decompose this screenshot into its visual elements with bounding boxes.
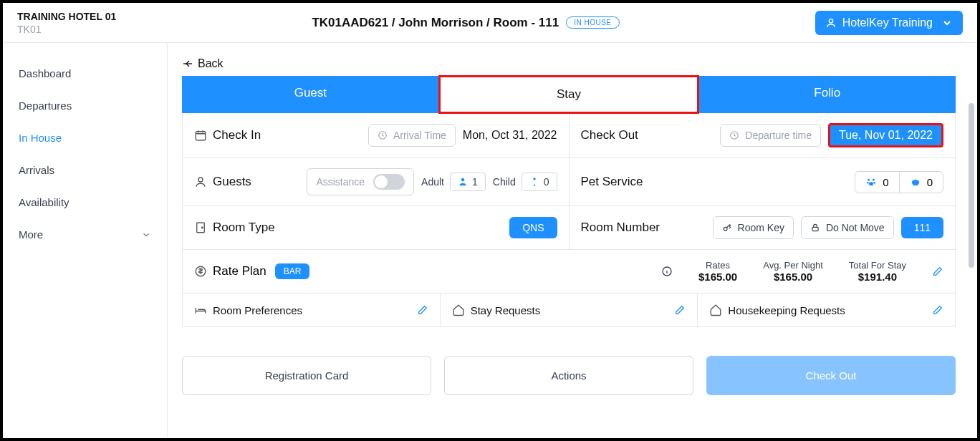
dog-icon	[910, 176, 921, 188]
tab-folio[interactable]: Folio	[698, 76, 956, 113]
avg-label: Avg. Per Night	[763, 260, 823, 271]
pet-service-label: Pet Service	[581, 175, 643, 189]
edit-icon[interactable]	[417, 304, 428, 316]
total-value: $191.40	[849, 271, 906, 283]
pet-cell: Pet Service 0 0	[570, 158, 956, 206]
avg-value: $165.00	[763, 271, 823, 283]
guests-cell: Guests Assistance Adult 1 Chil	[183, 158, 570, 206]
svg-point-9	[867, 182, 869, 184]
edit-icon[interactable]	[932, 304, 943, 316]
room-number-button[interactable]: 111	[901, 217, 943, 238]
edit-icon[interactable]	[932, 266, 943, 277]
stay-req-cell: Stay Requests	[441, 294, 698, 326]
child-group: Child 0	[493, 173, 557, 191]
rate-plan-label: Rate Plan	[213, 264, 266, 278]
pet-set-1[interactable]: 0	[855, 172, 898, 193]
sidebar-item-in-house[interactable]: In House	[11, 122, 158, 154]
adult-label: Adult	[421, 176, 444, 188]
toggle-switch[interactable]	[373, 174, 405, 190]
departure-time-input[interactable]: Departure time	[720, 124, 821, 147]
stay-req-label: Stay Requests	[471, 304, 541, 316]
rates-label: Rates	[698, 260, 737, 271]
top-bar: TRAINING HOTEL 01 TK01 TK01AAD621 / John…	[3, 3, 977, 43]
checkout-date[interactable]: Tue, Nov 01, 2022	[828, 123, 943, 147]
room-type-button[interactable]: QNS	[509, 217, 557, 238]
departure-placeholder: Departure time	[745, 130, 812, 141]
svg-point-7	[868, 179, 870, 181]
home-icon	[709, 304, 722, 316]
room-key-button[interactable]: Room Key	[713, 216, 794, 239]
clock-icon	[378, 130, 388, 140]
checkin-label: Check In	[213, 128, 261, 142]
sidebar-item-availability[interactable]: Availability	[11, 186, 158, 218]
adult-count-box[interactable]: 1	[450, 173, 486, 191]
hotel-info: TRAINING HOTEL 01 TK01	[17, 11, 116, 35]
info-icon[interactable]	[661, 266, 673, 277]
person-icon	[194, 175, 207, 188]
back-button[interactable]: Back	[182, 57, 956, 70]
door-icon	[194, 221, 207, 234]
adult-icon	[458, 177, 468, 187]
action-buttons: Registration Card Actions Check Out	[182, 356, 956, 395]
avg-col: Avg. Per Night $165.00	[763, 260, 823, 283]
adult-group: Adult 1	[421, 173, 486, 191]
checkout-button[interactable]: Check Out	[706, 356, 956, 395]
svg-point-6	[533, 178, 536, 180]
actions-button[interactable]: Actions	[444, 356, 693, 395]
sidebar-more-label: More	[19, 228, 43, 241]
room-number-label: Room Number	[581, 220, 660, 235]
total-label: Total For Stay	[849, 260, 906, 271]
child-count-box[interactable]: 0	[522, 173, 557, 191]
pet-set-2[interactable]: 0	[899, 172, 943, 193]
rate-plan-value[interactable]: BAR	[275, 263, 310, 279]
rates-col: Rates $165.00	[698, 260, 737, 283]
sidebar: Dashboard Departures In House Arrivals A…	[3, 43, 168, 438]
tab-guest[interactable]: Guest	[182, 76, 439, 113]
sidebar-item-arrivals[interactable]: Arrivals	[11, 154, 158, 186]
tabs: Guest Stay Folio	[182, 76, 956, 113]
scrollbar[interactable]	[969, 103, 974, 268]
sidebar-item-departures[interactable]: Departures	[11, 89, 158, 122]
svg-point-10	[874, 182, 876, 184]
main-panel: Back Guest Stay Folio Check In Arrival T…	[168, 43, 977, 438]
svg-point-13	[202, 227, 203, 228]
svg-point-5	[461, 178, 465, 182]
preferences-row: Room Preferences Stay Requests Housekeep…	[183, 294, 955, 326]
tab-stay[interactable]: Stay	[438, 75, 700, 114]
room-pref-cell: Room Preferences	[183, 294, 441, 326]
room-type-label: Room Type	[213, 220, 275, 235]
user-label: HotelKey Training	[842, 16, 933, 29]
user-menu-button[interactable]: HotelKey Training	[815, 11, 963, 35]
rate-plan-row: Rate Plan BAR Rates $165.00 Avg. Per Nig…	[183, 250, 955, 294]
breadcrumb: TK01AAD621 / John Morrison / Room - 111	[312, 16, 559, 30]
arrow-left-icon	[182, 58, 193, 69]
room-key-label: Room Key	[738, 222, 784, 233]
assistance-toggle[interactable]: Assistance	[307, 168, 414, 195]
sidebar-item-dashboard[interactable]: Dashboard	[11, 57, 158, 89]
chevron-down-icon	[141, 230, 151, 240]
room-pref-label: Room Preferences	[213, 304, 302, 316]
child-count: 0	[544, 176, 549, 188]
svg-point-11	[869, 182, 873, 185]
housekeeping-cell: Housekeeping Requests	[698, 294, 955, 326]
do-not-move-button[interactable]: Do Not Move	[801, 216, 894, 239]
status-badge: IN HOUSE	[566, 16, 619, 29]
arrival-placeholder: Arrival Time	[393, 130, 446, 141]
svg-point-14	[724, 227, 727, 231]
svg-point-4	[198, 178, 203, 182]
room-number-cell: Room Number Room Key Do Not Move 111	[570, 206, 956, 250]
clock-icon	[729, 130, 739, 140]
adult-count: 1	[472, 176, 478, 188]
sidebar-item-more[interactable]: More	[11, 218, 158, 251]
registration-card-button[interactable]: Registration Card	[182, 356, 431, 395]
pet-counts: 0 0	[855, 171, 943, 193]
edit-icon[interactable]	[674, 304, 686, 316]
checkout-cell: Check Out Departure time Tue, Nov 01, 20…	[570, 113, 956, 158]
total-col: Total For Stay $191.40	[849, 260, 906, 283]
checkout-label: Check Out	[581, 128, 638, 142]
arrival-time-input[interactable]: Arrival Time	[368, 124, 456, 147]
paw-icon	[865, 176, 877, 188]
lock-icon	[810, 223, 820, 233]
svg-point-8	[873, 179, 875, 181]
stay-panel: Check In Arrival Time Mon, Oct 31, 2022 …	[182, 113, 956, 327]
